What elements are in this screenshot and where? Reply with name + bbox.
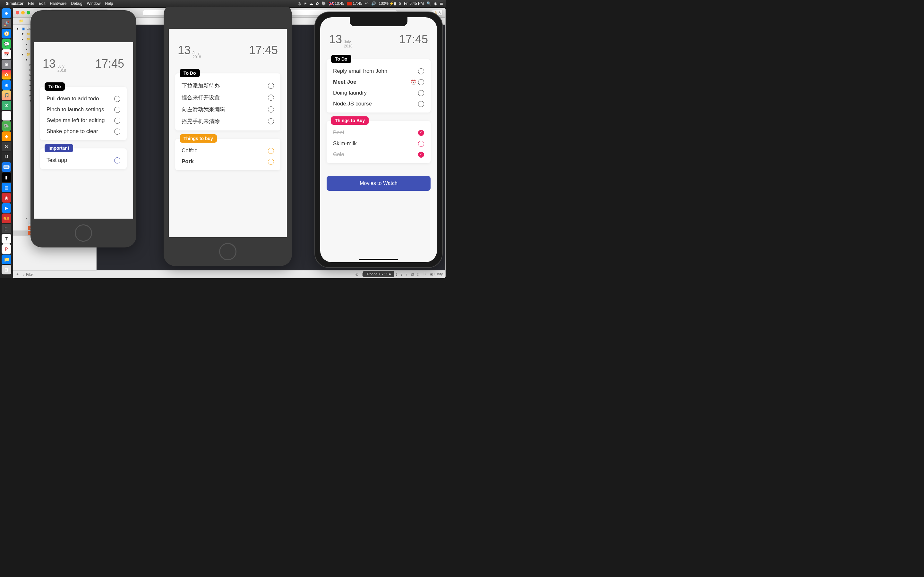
dock-sketch-icon[interactable]: ◆	[2, 131, 11, 141]
dock-trash-icon[interactable]: 🗑	[2, 265, 11, 274]
todo-checkbox[interactable]	[114, 129, 120, 135]
todo-checkbox[interactable]	[268, 95, 274, 101]
menu-edit[interactable]: Edit	[39, 1, 45, 6]
todo-checkbox[interactable]	[418, 130, 424, 136]
todo-row[interactable]: Coffee	[180, 145, 275, 156]
status-ime-icon[interactable]: S	[399, 1, 401, 6]
simulator-iphone-x[interactable]: 13 July 2018 17:45 To Do Reply email fro…	[314, 11, 443, 268]
dock-folder-icon[interactable]: 📁	[2, 255, 11, 264]
dock-app1-icon[interactable]: ◉	[2, 80, 11, 90]
todo-row[interactable]: Pork	[180, 156, 275, 167]
menu-debug[interactable]: Debug	[71, 1, 82, 6]
status-clock[interactable]: Fri 5:45 PM	[404, 1, 424, 6]
movies-button[interactable]: Movies to Watch	[326, 176, 431, 191]
todo-row[interactable]: Node.JS course	[332, 98, 425, 109]
status-flag-cn[interactable]: 17:45	[347, 1, 362, 6]
todo-row[interactable]: Doing laundry	[332, 87, 425, 98]
status-location-icon[interactable]: ✈	[304, 1, 307, 6]
minimize-icon[interactable]	[21, 11, 25, 15]
todo-checkbox[interactable]	[268, 106, 274, 113]
todo-checkbox[interactable]	[114, 118, 120, 124]
dock-terminal-icon[interactable]: ▮	[2, 172, 11, 182]
todo-row[interactable]: Cola	[332, 149, 425, 160]
todo-checkbox[interactable]	[418, 79, 424, 85]
status-evernote-icon[interactable]: 🐘	[321, 1, 326, 6]
status-cloud-icon[interactable]: ☁	[309, 1, 313, 6]
dock-messages-icon[interactable]: 💬	[2, 39, 11, 49]
todo-checkbox[interactable]	[268, 159, 274, 165]
location-icon[interactable]: ✈	[423, 272, 426, 276]
filter-field[interactable]: ⌕	[23, 272, 352, 276]
dock-safari-icon[interactable]: 🧭	[2, 29, 11, 39]
window-traffic-lights[interactable]	[16, 11, 30, 15]
todo-row[interactable]: Test app	[45, 155, 121, 166]
dock-youdao-icon[interactable]: 有道	[2, 213, 11, 223]
dock-intellij-icon[interactable]: IJ	[2, 152, 11, 161]
status-notifications-icon[interactable]: ☰	[439, 1, 443, 6]
clock-icon[interactable]: ◴	[355, 272, 359, 276]
menubar-app-name[interactable]: Simulator	[6, 1, 23, 6]
status-flag-gb[interactable]: 10:45	[329, 1, 344, 6]
todo-checkbox[interactable]	[418, 152, 424, 158]
dock-launchpad-icon[interactable]: 🚀	[2, 19, 11, 28]
todo-row[interactable]: 下拉添加新待办	[180, 80, 275, 92]
todo-checkbox[interactable]	[268, 148, 274, 154]
todo-row[interactable]: Shake phone to clear	[45, 126, 121, 137]
step-out-icon[interactable]: ↑	[405, 272, 407, 276]
menu-file[interactable]: File	[28, 1, 34, 6]
dock-xcode-icon[interactable]: ⌨	[2, 162, 11, 172]
todo-row[interactable]: Pinch to launch settings	[45, 104, 121, 115]
step-in-icon[interactable]: ↓	[401, 272, 403, 276]
status-spotlight-icon[interactable]: 🔍	[426, 1, 431, 6]
todo-row[interactable]: Skim-milk	[332, 138, 425, 149]
status-grammarly-icon[interactable]: ◎	[298, 1, 301, 6]
dock-wechat-icon[interactable]: ✉	[2, 101, 11, 110]
simulator-iphone-8plus[interactable]: 13 July 2018 17:45 To Do 下拉添加新待办捏合来打开设置向…	[164, 3, 292, 266]
todo-checkbox[interactable]	[114, 157, 120, 163]
status-wifi-icon[interactable]: ⬿	[365, 1, 368, 6]
home-button[interactable]	[75, 224, 92, 242]
dock-sublime-icon[interactable]: S	[2, 142, 11, 151]
todo-row[interactable]: 捏合来打开设置	[180, 92, 275, 103]
dock-app5-icon[interactable]: ⬚	[2, 224, 11, 234]
status-wechat-icon[interactable]: ✿	[316, 1, 319, 6]
menu-help[interactable]: Help	[105, 1, 113, 6]
todo-checkbox[interactable]	[418, 141, 424, 147]
home-indicator[interactable]	[359, 259, 398, 260]
view-icon[interactable]: ▧	[411, 272, 414, 276]
dock-app3-icon[interactable]: ◉	[2, 193, 11, 203]
todo-row[interactable]: Swipe me left for editing	[45, 115, 121, 126]
todo-checkbox[interactable]	[114, 107, 120, 113]
todo-checkbox[interactable]	[268, 83, 274, 89]
close-icon[interactable]	[16, 11, 19, 15]
todo-row[interactable]: 摇晃手机来清除	[180, 115, 275, 127]
todo-row[interactable]: Beef	[332, 127, 425, 138]
dock-photos-icon[interactable]: ✿	[2, 70, 11, 79]
todo-row[interactable]: Pull down to add todo	[45, 93, 121, 104]
dock-app2-icon[interactable]: ▤	[2, 183, 11, 192]
status-battery[interactable]: 100% ⚡▮	[379, 1, 396, 6]
filter-input[interactable]	[26, 272, 352, 276]
dock-preferences-icon[interactable]: ⚙	[2, 60, 11, 69]
dock-evernote-icon[interactable]: 🐘	[2, 121, 11, 131]
dock-text-icon[interactable]: T	[2, 234, 11, 243]
menu-hardware[interactable]: Hardware	[50, 1, 66, 6]
status-volume-icon[interactable]: 🔊	[371, 1, 376, 6]
dock-finder-icon[interactable]: ☻	[2, 8, 11, 18]
todo-checkbox[interactable]	[268, 118, 274, 124]
dock-chrome-icon[interactable]: ◉	[2, 111, 11, 121]
todo-row[interactable]: Meet Joe⏰	[332, 77, 425, 87]
todo-checkbox[interactable]	[418, 68, 424, 74]
home-button[interactable]	[219, 243, 236, 260]
step-over-icon[interactable]: ⤵	[396, 272, 397, 276]
todo-checkbox[interactable]	[114, 96, 120, 102]
todo-row[interactable]: 向左滑动我来编辑	[180, 103, 275, 115]
debug-target[interactable]: ▣ Listify	[430, 272, 443, 276]
todo-checkbox[interactable]	[418, 90, 424, 96]
todo-checkbox[interactable]	[418, 101, 424, 107]
dock-pdf-icon[interactable]: P	[2, 244, 11, 254]
simulator-iphone-6s[interactable]: 13 July 2018 17:45 To Do Pull down to ad…	[31, 10, 136, 247]
dock-calendar-icon[interactable]: 📅	[2, 49, 11, 59]
dock-app4-icon[interactable]: ▶	[2, 203, 11, 213]
status-siri-icon[interactable]: ◉	[434, 1, 437, 6]
